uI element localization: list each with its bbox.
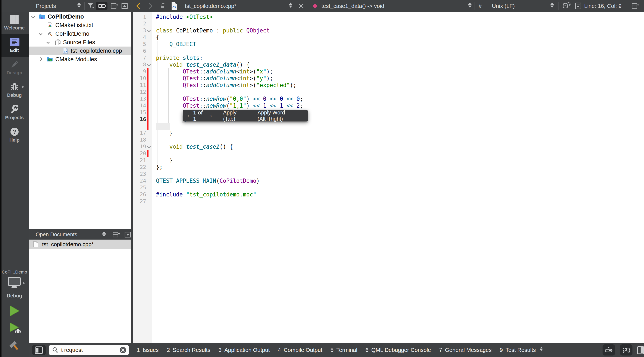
tree-row-tst-copilotdemo-cpp[interactable]: C+ tst_copilotdemo.cpp [29, 46, 132, 55]
code-line[interactable]: void test_case1() { [156, 143, 233, 150]
line-number: 2 [133, 20, 146, 27]
mode-help[interactable]: ? Help [0, 124, 29, 146]
toggle-right-sidebar-button[interactable] [637, 346, 644, 355]
maximize-output-pane-button[interactable] [602, 345, 615, 356]
suggestion-counter: 1 of 1 [193, 109, 206, 122]
code-line[interactable]: QTest::addColumn<int>("x"); [156, 68, 273, 75]
code-line[interactable]: QTest::addColumn<int>("expected"); [156, 82, 296, 89]
document-outline-icon[interactable] [575, 2, 582, 10]
code-line[interactable]: private slots: [156, 54, 203, 61]
line-number: 27 [133, 198, 146, 205]
tree-row-copilotdemo-target[interactable]: CoPilotDemo [29, 29, 132, 38]
output-pane-qml-debugger-console[interactable]: 6QML Debugger Console [365, 347, 431, 353]
mode-welcome[interactable]: Welcome [0, 12, 29, 34]
symbol-selector[interactable]: test_case1_data() -> void [321, 3, 384, 9]
code-line[interactable]: Q_OBJECT [156, 41, 196, 48]
close-document-icon[interactable] [298, 3, 304, 10]
split-editor-icon[interactable] [632, 3, 639, 10]
pane-number: 9 [500, 347, 503, 353]
divider [84, 2, 85, 9]
symbol-selector-arrows-icon[interactable] [468, 2, 472, 8]
locator-search[interactable] [49, 345, 129, 355]
line-ending-selector[interactable]: Unix (LF) [492, 3, 515, 9]
apply-word-button[interactable]: Apply Word (Alt+Right) [258, 109, 308, 122]
filter-icon[interactable] [87, 2, 94, 10]
tree-row-copilotdemo-root[interactable]: ⚙ CoPilotDemo [29, 12, 132, 21]
scrollbar-track[interactable] [640, 12, 640, 343]
output-pane-test-results[interactable]: 9Test Results [500, 347, 536, 353]
go-back-icon[interactable] [136, 2, 141, 10]
kit-selector-button[interactable] [7, 277, 21, 290]
code-line[interactable]: }; [156, 164, 162, 171]
panel-splitter[interactable] [131, 12, 133, 343]
open-document-item[interactable]: tst_copilotdemo.cpp* [29, 240, 132, 249]
line-number: 3 [133, 27, 146, 34]
close-panel-icon[interactable] [121, 3, 128, 10]
mode-projects[interactable]: Projects [0, 102, 29, 124]
line-number: 15 [133, 109, 146, 116]
mode-design[interactable]: Design [0, 57, 29, 79]
mode-sidebar: Welcome Edit Design Debug Projects ? [0, 12, 29, 357]
wrench-icon [0, 104, 29, 114]
clear-search-icon[interactable] [119, 347, 126, 354]
document-selector-arrows-icon[interactable] [289, 2, 292, 8]
chevron-down-icon[interactable] [32, 15, 35, 18]
panel-selector[interactable]: Projects [36, 3, 56, 9]
build-button[interactable] [8, 339, 21, 353]
code-line[interactable]: QTest::newRow("0,0") << 0 << 0 << 0; [156, 95, 303, 102]
mode-edit[interactable]: Edit [0, 34, 29, 57]
panel-selector-arrows-icon[interactable] [77, 2, 81, 8]
panel-selector-arrows-icon[interactable] [102, 231, 106, 237]
apply-button[interactable]: Apply (Tab) [223, 109, 248, 122]
line-number: 8 [133, 61, 146, 68]
debug-run-button[interactable] [9, 322, 22, 336]
code-line[interactable]: #include <QtTest> [156, 13, 213, 20]
code-line[interactable]: QTEST_APPLESS_MAIN(CoPilotDemo) [156, 177, 260, 184]
code-model-icon[interactable]: <> [562, 2, 570, 10]
annotation-hash-button[interactable]: # [478, 3, 482, 9]
search-input[interactable] [61, 347, 113, 354]
tree-row-cmakelists[interactable]: CMakeLists.txt [29, 21, 132, 29]
code-line[interactable]: QTest::addColumn<int>("y"); [156, 75, 273, 82]
chevron-down-icon[interactable] [39, 32, 42, 35]
toolbar: Projects C+ tst_copilotdemo.cpp* test_ca… [0, 0, 644, 12]
code-line[interactable]: QTest::newRow("1,1") << 1 << 1 << 2; [156, 102, 303, 109]
output-pane-issues[interactable]: 1Issues [137, 347, 159, 353]
code-line[interactable]: #include "tst_copilotdemo.moc" [156, 191, 256, 198]
previous-suggestion-icon[interactable]: ‹ [188, 112, 189, 119]
status-bar: 1Issues2Search Results3Application Outpu… [29, 343, 644, 357]
mode-label: Edit [0, 48, 29, 53]
go-forward-icon[interactable] [148, 2, 154, 10]
code-line[interactable]: { [156, 34, 160, 41]
code-line[interactable]: void test_case1_data() { [156, 61, 250, 68]
output-pane-general-messages[interactable]: 7General Messages [439, 347, 492, 353]
document-selector[interactable]: tst_copilotdemo.cpp* [185, 3, 236, 9]
line-number: 4 [133, 34, 146, 41]
link-with-editor-button[interactable] [96, 2, 108, 10]
search-results-goggles-button[interactable] [620, 345, 632, 356]
output-pane-search-results[interactable]: 2Search Results [167, 347, 210, 353]
code-line[interactable]: } [156, 130, 173, 136]
split-panel-icon[interactable] [112, 231, 120, 239]
chevron-down-icon[interactable] [46, 40, 50, 44]
output-pane-terminal[interactable]: 5Terminal [330, 347, 357, 353]
toggle-left-sidebar-button[interactable] [32, 345, 46, 355]
run-button[interactable] [9, 305, 20, 318]
kit-menu-arrow-icon[interactable] [23, 281, 25, 285]
code-editor[interactable]: 1234567891011121314151617181920212223242… [133, 12, 644, 343]
line-ending-arrows-icon[interactable] [550, 2, 554, 8]
tree-row-cmake-modules[interactable]: CMake Modules [29, 55, 132, 64]
close-panel-icon[interactable] [124, 232, 131, 239]
debug-menu-arrow-icon[interactable] [22, 85, 24, 89]
tree-row-source-files[interactable]: Source Files [29, 38, 132, 46]
next-suggestion-icon[interactable]: › [210, 112, 212, 119]
mode-debug[interactable]: Debug [0, 79, 29, 102]
chevron-right-icon[interactable] [39, 57, 42, 61]
output-pane-compile-output[interactable]: 4Compile Output [278, 347, 322, 353]
code-line[interactable]: class CoPilotDemo : public QObject [156, 27, 270, 34]
output-pane-application-output[interactable]: 3Application Output [218, 347, 270, 353]
pane-overflow-arrows-icon[interactable] [540, 347, 542, 351]
code-line[interactable]: } [156, 157, 173, 164]
code-line[interactable]: Q [156, 116, 186, 123]
split-panel-icon[interactable] [111, 3, 118, 10]
